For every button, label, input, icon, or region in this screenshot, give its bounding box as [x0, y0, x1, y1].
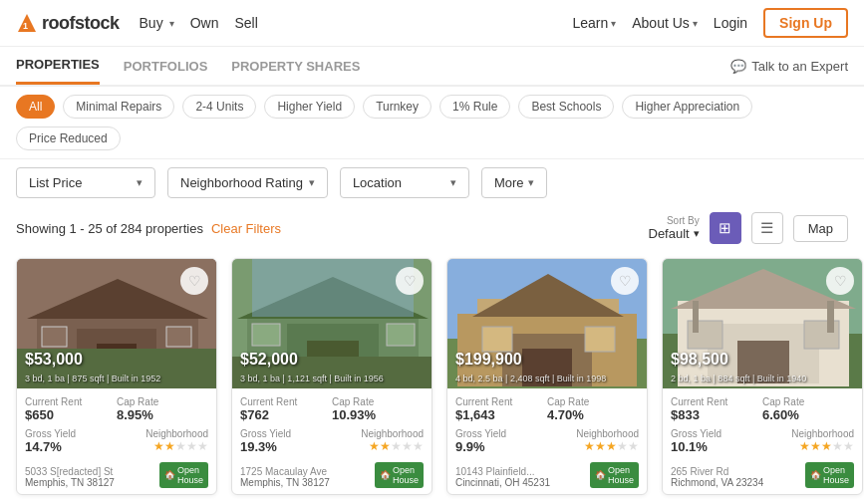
nav-sell[interactable]: Sell	[234, 15, 257, 31]
location-dropdown[interactable]: Location ▾	[340, 167, 469, 198]
address-3: 10143 Plainfield... Cincinnati, OH 45231	[455, 466, 550, 488]
chip-price-reduced[interactable]: Price Reduced	[16, 126, 121, 150]
svg-rect-27	[585, 327, 615, 352]
favorite-button-1[interactable]: ♡	[180, 267, 208, 295]
about-chevron: ▾	[693, 18, 698, 29]
tab-property-shares[interactable]: PROPERTY SHARES	[231, 49, 360, 84]
sort-by-section: Sort By Default ▾	[649, 215, 700, 241]
specs-1: 3 bd, 1 ba | 875 sqft | Built in 1952	[25, 374, 160, 383]
more-chevron: ▾	[528, 176, 534, 189]
chip-best-schools[interactable]: Best Schools	[518, 95, 614, 119]
open-house-badge-1: 🏠 OpenHouse	[159, 462, 208, 488]
card-image-1: ♡ $53,000 3 bd, 1 ba | 875 sqft | Built …	[17, 259, 216, 388]
address-4: 265 River Rd Richmond, VA 23234	[671, 466, 763, 488]
learn-chevron: ▾	[611, 18, 616, 29]
stars-1: ★★★★★	[145, 439, 208, 453]
tab-properties[interactable]: PROPERTIES	[16, 47, 100, 85]
neighborhood-rating-dropdown[interactable]: Neighborhood Rating ▾	[167, 167, 328, 198]
house-icon-4: 🏠	[810, 470, 821, 480]
card-footer-3: 10143 Plainfield... Cincinnati, OH 45231…	[447, 462, 647, 494]
sort-label: Sort By	[667, 215, 700, 226]
chip-2-4-units[interactable]: 2-4 Units	[182, 95, 256, 119]
card-body-3: Current Rent $1,643 Cap Rate 4.70% Gross…	[447, 388, 647, 462]
property-card-4[interactable]: ♡ $98,500 2 bd, 1 ba | 884 sqft | Built …	[662, 258, 863, 495]
chip-higher-yield[interactable]: Higher Yield	[264, 95, 355, 119]
specs-3: 4 bd, 2.5 ba | 2,408 sqft | Built in 199…	[455, 374, 606, 383]
nav-buy-chevron: ▾	[169, 18, 174, 29]
property-card-2[interactable]: ♡ $52,000 3 bd, 1 ba | 1,121 sqft | Buil…	[231, 258, 432, 495]
login-button[interactable]: Login	[714, 15, 747, 31]
list-icon: ☰	[760, 219, 773, 237]
favorite-button-4[interactable]: ♡	[826, 267, 854, 295]
results-info: Showing 1 - 25 of 284 properties Clear F…	[16, 221, 281, 236]
open-house-badge-3: 🏠 OpenHouse	[590, 462, 639, 488]
neighborhood-chevron: ▾	[309, 176, 315, 189]
house-icon-3: 🏠	[595, 470, 606, 480]
dropdowns-row: List Price ▾ Neighborhood Rating ▾ Locat…	[0, 159, 864, 206]
card-image-2: ♡ $52,000 3 bd, 1 ba | 1,121 sqft | Buil…	[232, 259, 432, 388]
favorite-button-3[interactable]: ♡	[611, 267, 639, 295]
logo-text: roofstock	[42, 13, 120, 34]
favorite-button-2[interactable]: ♡	[396, 267, 424, 295]
svg-rect-26	[482, 327, 512, 352]
list-price-dropdown[interactable]: List Price ▾	[16, 167, 155, 198]
property-grid: ♡ $53,000 3 bd, 1 ba | 875 sqft | Built …	[0, 250, 864, 503]
header-right: Learn ▾ About Us ▾ Login Sign Up	[572, 8, 848, 38]
clear-filters-link[interactable]: Clear Filters	[211, 221, 281, 236]
specs-2: 3 bd, 1 ba | 1,121 sqft | Built in 1956	[240, 374, 384, 383]
nav-buy[interactable]: Buy	[140, 15, 163, 31]
svg-rect-38	[827, 301, 834, 333]
card-footer-2: 1725 Macaulay Ave Memphis, TN 38127 🏠 Op…	[232, 462, 432, 494]
more-dropdown[interactable]: More ▾	[481, 167, 547, 198]
chip-higher-appreciation[interactable]: Higher Appreciation	[622, 95, 752, 119]
map-view-button[interactable]: Map	[793, 215, 848, 242]
house-icon-2: 🏠	[380, 470, 391, 480]
gross-yield-label-1: Gross Yield	[25, 428, 76, 439]
location-chevron: ▾	[450, 176, 456, 189]
grid-view-button[interactable]: ⊞	[710, 212, 741, 244]
card-image-4: ♡ $98,500 2 bd, 1 ba | 884 sqft | Built …	[663, 259, 862, 388]
chip-1-percent-rule[interactable]: 1% Rule	[439, 95, 510, 119]
svg-rect-8	[166, 327, 191, 347]
nav-learn[interactable]: Learn ▾	[572, 15, 616, 31]
address-1: 5033 S[redacted] St Memphis, TN 38127	[25, 466, 115, 488]
logo[interactable]: 1 roofstock	[16, 12, 120, 34]
main-nav: Buy ▾ Own Sell	[140, 15, 258, 31]
card-body-2: Current Rent $762 Cap Rate 10.93% Gross …	[232, 388, 432, 462]
nav-about-us[interactable]: About Us ▾	[632, 15, 698, 31]
sort-view-controls: Sort By Default ▾ ⊞ ☰ Map	[649, 212, 849, 244]
chip-all[interactable]: All	[16, 95, 55, 119]
current-rent-value-1: $650	[25, 407, 117, 422]
signup-button[interactable]: Sign Up	[763, 8, 848, 38]
sort-dropdown[interactable]: Default ▾	[649, 226, 700, 241]
property-card-1[interactable]: ♡ $53,000 3 bd, 1 ba | 875 sqft | Built …	[16, 258, 217, 495]
list-price-chevron: ▾	[137, 176, 143, 189]
svg-rect-15	[252, 324, 280, 346]
card-body-1: Current Rent $650 Cap Rate 8.95% Gross Y…	[17, 388, 216, 462]
card-footer-1: 5033 S[redacted] St Memphis, TN 38127 🏠 …	[17, 462, 216, 494]
tab-portfolios[interactable]: PORTFOLIOS	[124, 49, 208, 84]
cap-rate-value-1: 8.95%	[117, 407, 208, 422]
list-view-button[interactable]: ☰	[751, 212, 783, 244]
property-card-3[interactable]: ♡ $199,900 4 bd, 2.5 ba | 2,408 sqft | B…	[446, 258, 648, 495]
card-body-4: Current Rent $833 Cap Rate 6.60% Gross Y…	[663, 388, 862, 462]
filter-chips-row: All Minimal Repairs 2-4 Units Higher Yie…	[0, 87, 864, 159]
price-tag-3: $199,900	[455, 351, 522, 369]
open-house-badge-2: 🏠 OpenHouse	[375, 462, 424, 488]
address-2: 1725 Macaulay Ave Memphis, TN 38127	[240, 466, 330, 488]
specs-4: 2 bd, 1 ba | 884 sqft | Built in 1940	[671, 374, 806, 383]
talk-to-expert[interactable]: 💬 Talk to an Expert	[730, 59, 848, 74]
svg-rect-7	[42, 327, 67, 347]
price-tag-1: $53,000	[25, 351, 83, 369]
chat-icon: 💬	[730, 59, 746, 74]
nav-own[interactable]: Own	[190, 15, 219, 31]
sort-chevron: ▾	[694, 227, 700, 240]
svg-rect-16	[387, 324, 415, 346]
card-image-3: ♡ $199,900 4 bd, 2.5 ba | 2,408 sqft | B…	[447, 259, 647, 388]
chip-turnkey[interactable]: Turnkey	[363, 95, 432, 119]
results-count: Showing 1 - 25 of 284 properties	[16, 221, 203, 236]
open-house-badge-4: 🏠 OpenHouse	[805, 462, 854, 488]
gross-yield-value-1: 14.7%	[25, 439, 76, 454]
chip-minimal-repairs[interactable]: Minimal Repairs	[63, 95, 174, 119]
cap-rate-label-1: Cap Rate	[117, 396, 208, 407]
